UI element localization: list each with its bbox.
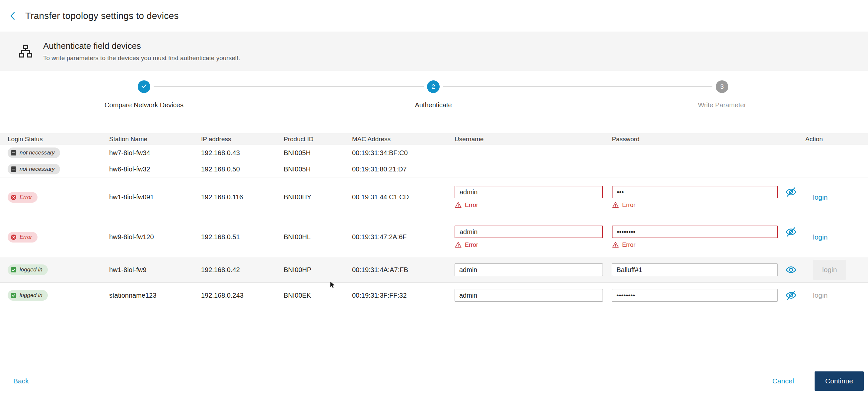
- login-button: login: [813, 291, 828, 299]
- mac-address: 00:19:31:4A:A7:FB: [352, 266, 455, 274]
- password-input[interactable]: [612, 289, 778, 302]
- password-input[interactable]: [612, 263, 778, 276]
- status-badge-label: logged in: [20, 292, 42, 299]
- product-id: BNI005H: [284, 165, 352, 173]
- table-row: Errorhw9-8iol-fw120192.168.0.51BNI00HL00…: [0, 217, 868, 257]
- device-table: Login Status Station Name IP address Pro…: [0, 133, 868, 308]
- table-header: Login Status Station Name IP address Pro…: [0, 133, 868, 145]
- warning-icon: [455, 201, 462, 209]
- error-hint-label: Error: [622, 242, 636, 249]
- neutral-status-icon: [11, 150, 17, 156]
- login-status-cell: logged in: [8, 264, 109, 275]
- ip-address: 192.168.0.50: [201, 165, 284, 173]
- username-input[interactable]: [455, 186, 603, 198]
- password-input-group: [612, 263, 805, 276]
- password-cell: Error: [612, 186, 805, 209]
- password-input-group: [612, 226, 805, 238]
- eye-off-icon[interactable]: [785, 289, 797, 301]
- mac-address: 00:19:31:3F:FF:32: [352, 292, 455, 299]
- status-badge: logged in: [8, 290, 48, 301]
- warning-icon: [455, 241, 462, 249]
- error-hint-label: Error: [465, 202, 478, 209]
- error-hint-label: Error: [465, 242, 478, 249]
- action-cell: login: [805, 233, 860, 241]
- username-input[interactable]: [455, 263, 603, 276]
- col-station-name: Station Name: [109, 136, 201, 143]
- password-cell: [612, 289, 805, 302]
- station-name: stationname123: [109, 292, 201, 299]
- info-banner: Authenticate field devices To write para…: [0, 32, 868, 71]
- password-input[interactable]: [612, 226, 778, 238]
- mac-address: 00:19:31:80:21:D7: [352, 165, 455, 173]
- warning-icon: [612, 201, 619, 209]
- password-input-group: [612, 186, 805, 198]
- product-id: BNI00HY: [284, 193, 352, 201]
- error-hint: Error: [455, 201, 612, 209]
- login-status-cell: logged in: [8, 290, 109, 301]
- username-input[interactable]: [455, 289, 603, 302]
- device-table-body: not necessaryhw7-8iol-fw34192.168.0.43BN…: [0, 145, 868, 308]
- step-3-circle: 3: [716, 80, 728, 93]
- username-cell: Error: [455, 186, 612, 209]
- table-row: not necessaryhw6-8iol-fw32192.168.0.50BN…: [0, 161, 868, 177]
- username-cell: [455, 263, 612, 276]
- status-badge: not necessary: [8, 147, 60, 158]
- banner-title: Authenticate field devices: [43, 41, 240, 51]
- status-badge-label: Error: [20, 234, 32, 240]
- status-badge-label: not necessary: [20, 166, 55, 172]
- ip-address: 192.168.0.42: [201, 266, 284, 274]
- eye-off-icon[interactable]: [785, 226, 797, 238]
- login-button[interactable]: login: [813, 233, 828, 241]
- eye-off-icon[interactable]: [785, 186, 797, 198]
- step-1-check-circle: [138, 80, 150, 93]
- error-hint: Error: [612, 201, 805, 209]
- error-hint-label: Error: [622, 202, 636, 209]
- step-2-circle: 2: [427, 80, 440, 93]
- product-id: BNI00HL: [284, 233, 352, 241]
- continue-button[interactable]: Continue: [814, 371, 864, 391]
- step-3-label: Write Parameter: [698, 101, 746, 109]
- username-input[interactable]: [455, 226, 603, 238]
- login-status-cell: Error: [8, 192, 109, 203]
- ip-address: 192.168.0.243: [201, 292, 284, 299]
- warning-icon: [612, 241, 619, 249]
- action-cell: login: [805, 291, 860, 299]
- check-icon: [140, 82, 148, 92]
- status-badge-label: not necessary: [20, 149, 55, 156]
- error-hint: Error: [455, 241, 612, 249]
- step-write-parameter[interactable]: 3 Write Parameter: [642, 80, 802, 109]
- error-status-icon: [11, 194, 17, 200]
- col-password: Password: [612, 136, 805, 143]
- login-status-cell: not necessary: [8, 164, 109, 174]
- username-cell: [455, 289, 612, 302]
- col-mac-address: MAC Address: [352, 136, 455, 143]
- station-name: hw1-8iol-fw9: [109, 266, 201, 274]
- cancel-button[interactable]: Cancel: [772, 377, 794, 385]
- status-badge: Error: [8, 192, 37, 203]
- status-badge-label: logged in: [20, 266, 42, 273]
- neutral-status-icon: [11, 166, 17, 172]
- table-row: logged instationname123192.168.0.243BNI0…: [0, 283, 868, 308]
- banner-text: Authenticate field devices To write para…: [43, 41, 240, 62]
- back-button[interactable]: Back: [13, 377, 29, 385]
- eye-icon[interactable]: [785, 264, 797, 276]
- login-button[interactable]: login: [813, 193, 828, 201]
- login-status-cell: not necessary: [8, 147, 109, 158]
- password-cell: [612, 263, 805, 276]
- back-chevron-icon[interactable]: [7, 10, 19, 22]
- col-username: Username: [455, 136, 612, 143]
- step-2-label: Authenticate: [415, 101, 452, 109]
- station-name: hw7-8iol-fw34: [109, 149, 201, 157]
- ip-address: 192.168.0.51: [201, 233, 284, 241]
- step-authenticate[interactable]: 2 Authenticate: [354, 80, 513, 109]
- status-badge-label: Error: [20, 194, 32, 201]
- step-compare-network-devices[interactable]: Compare Network Devices: [64, 80, 224, 109]
- col-action: Action: [805, 136, 860, 143]
- login-status-cell: Error: [8, 232, 109, 243]
- password-input[interactable]: [612, 186, 778, 198]
- action-cell: login: [805, 260, 860, 280]
- topology-icon: [18, 44, 33, 59]
- status-badge: logged in: [8, 264, 48, 275]
- banner-subtitle: To write parameters to the devices you m…: [43, 55, 240, 62]
- success-status-icon: [11, 267, 17, 273]
